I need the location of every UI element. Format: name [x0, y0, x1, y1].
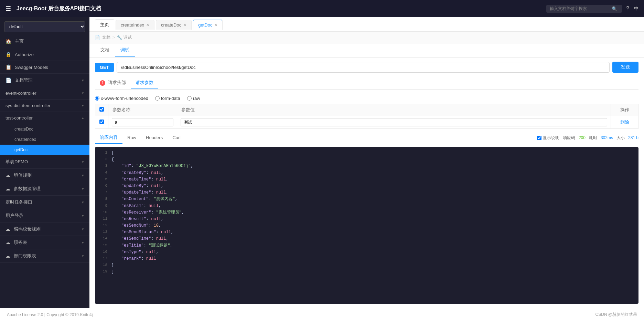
- line-content: "esSendTime": null,: [111, 236, 169, 242]
- code-line: 6 "updateBy": null,: [95, 183, 638, 189]
- response-section: 响应内容 Raw Headers Curl 显示说明 响应码: [89, 132, 644, 308]
- sidebar-item-user-login[interactable]: 用户登录 ▾: [0, 209, 89, 222]
- show-desc-label: 显示说明: [543, 135, 559, 141]
- radio-form-data-label: form-data: [161, 96, 180, 101]
- response-tab-headers[interactable]: Headers: [141, 132, 168, 144]
- line-content: "updateBy": null,: [111, 183, 163, 189]
- sidebar-item-task[interactable]: 定时任务接口 ▾: [0, 196, 89, 209]
- sidebar-child-label: createDoc: [14, 127, 33, 132]
- app-title: Jeecg-Boot 后台服务API接口文档: [17, 5, 546, 12]
- sidebar-item-test-controller[interactable]: test-controller ▴: [0, 112, 89, 124]
- response-tab-content[interactable]: 响应内容: [95, 132, 122, 144]
- line-number: 3: [98, 163, 107, 169]
- tab-createDoc[interactable]: createDoc ✕: [156, 20, 192, 30]
- home-icon: 🏠: [6, 39, 11, 44]
- response-tab-raw[interactable]: Raw: [122, 132, 141, 144]
- sidebar-item-fill-rules[interactable]: ☁ 填值规则 ▾: [0, 169, 89, 182]
- line-number: 14: [98, 236, 107, 242]
- line-content: "esType": null,: [111, 249, 159, 256]
- breadcrumb: 📄 文档 > 🔧 调试: [89, 32, 644, 43]
- close-icon[interactable]: ✕: [146, 23, 149, 27]
- encoding-radio-group: x-www-form-urlencoded form-data raw: [95, 93, 638, 104]
- param-name-input[interactable]: [112, 118, 173, 126]
- sidebar-item-form-demo[interactable]: 单表DEMO ▾: [0, 155, 89, 168]
- radio-urlencoded-input[interactable]: [95, 96, 99, 101]
- close-icon[interactable]: ✕: [214, 23, 217, 27]
- line-number: 4: [98, 170, 107, 176]
- response-tabs-bar: 响应内容 Raw Headers Curl 显示说明 响应码: [95, 132, 638, 144]
- sidebar-item-dept-permission[interactable]: ☁ 部门权限表 ▾: [0, 249, 89, 262]
- sidebar-item-sys-dict[interactable]: sys-dict-item-controller ▾: [0, 100, 89, 112]
- tabs-bar: 主页 createIndex ✕ createDoc ✕ getDoc ✕: [89, 17, 644, 32]
- sidebar-child-createIndex[interactable]: createIndex: [0, 134, 89, 145]
- tab-createIndex[interactable]: createIndex ✕: [116, 20, 154, 30]
- line-content: "updateTime": null,: [111, 189, 169, 196]
- sidebar-item-home[interactable]: 🏠 主页: [0, 35, 89, 48]
- radio-form-data[interactable]: form-data: [155, 96, 180, 101]
- code-line: 8 "esContent": "测试内容",: [95, 196, 638, 203]
- search-box: 🔍: [546, 5, 622, 13]
- api-url-input[interactable]: [117, 62, 610, 73]
- doc-tab-label: 调试: [120, 47, 129, 52]
- sidebar-group-swagger-models: 📋 Swagger Models: [0, 61, 89, 74]
- help-icon[interactable]: ?: [626, 6, 629, 12]
- sidebar-item-datasource[interactable]: ☁ 多数据源管理 ▾: [0, 182, 89, 195]
- chevron-down-icon: ▾: [82, 91, 84, 95]
- breadcrumb-separator: >: [112, 35, 115, 40]
- sidebar-item-event-controller[interactable]: event-controller ▾: [0, 87, 89, 99]
- doc-tab-label: 文档: [100, 47, 109, 52]
- sidebar-group-home: 🏠 主页: [0, 35, 89, 48]
- sidebar-child-createDoc[interactable]: createDoc: [0, 124, 89, 134]
- radio-raw[interactable]: raw: [187, 96, 200, 101]
- sidebar-item-swagger-models[interactable]: 📋 Swagger Models: [0, 61, 89, 73]
- request-section: 1 请求头部 请求参数 x-www-form-urlencoded form-d…: [89, 77, 644, 132]
- code-line: 11 "esResult": null,: [95, 216, 638, 222]
- response-tab-curl[interactable]: Curl: [168, 132, 185, 144]
- show-desc-toggle[interactable]: 显示说明: [537, 135, 559, 141]
- menu-icon[interactable]: ☰: [6, 5, 11, 12]
- sidebar-item-label: 多数据源管理: [14, 186, 82, 192]
- response-tab-label: Headers: [146, 135, 163, 140]
- param-checkbox[interactable]: [99, 120, 104, 124]
- send-button[interactable]: 发送: [612, 62, 638, 73]
- response-time-label: 耗时: [589, 135, 597, 141]
- lang-button[interactable]: 中: [634, 6, 638, 12]
- delete-param-button[interactable]: 删除: [620, 119, 629, 125]
- line-number: 17: [98, 256, 107, 262]
- code-line: 7 "updateTime": null,: [95, 189, 638, 196]
- tab-home[interactable]: 主页: [95, 19, 114, 30]
- radio-form-data-input[interactable]: [155, 96, 160, 101]
- cloud-icon: ☁: [6, 186, 10, 191]
- sidebar-item-code-validate[interactable]: ☁ 编码校验规则 ▾: [0, 222, 89, 236]
- line-number: 2: [98, 156, 107, 163]
- project-select[interactable]: default: [4, 21, 85, 32]
- cloud-icon: ☁: [6, 240, 10, 245]
- param-value-input[interactable]: [181, 118, 607, 126]
- req-tab-header[interactable]: 1 请求头部: [95, 77, 131, 89]
- radio-raw-input[interactable]: [187, 96, 192, 101]
- breadcrumb-debug: 调试: [124, 34, 132, 40]
- line-number: 16: [98, 249, 107, 256]
- sidebar-item-label: sys-dict-item-controller: [6, 103, 82, 108]
- chevron-down-icon: ▾: [82, 103, 84, 108]
- sidebar-item-label: 单表DEMO: [6, 159, 82, 165]
- doc-tab-doc[interactable]: 文档: [95, 43, 115, 57]
- sidebar-item-job-table[interactable]: ☁ 职务表 ▾: [0, 236, 89, 249]
- radio-urlencoded[interactable]: x-www-form-urlencoded: [95, 96, 148, 101]
- search-input[interactable]: [550, 6, 612, 11]
- sidebar-item-authorize[interactable]: 🔒 Authorize: [0, 48, 89, 61]
- param-value-cell: [177, 116, 611, 129]
- doc-tab-debug[interactable]: 调试: [115, 43, 135, 57]
- req-tab-params[interactable]: 请求参数: [131, 77, 158, 89]
- tab-getDoc[interactable]: getDoc ✕: [193, 20, 223, 30]
- sidebar-child-getDoc[interactable]: getDoc: [0, 145, 89, 155]
- sidebar-item-doc-mgmt[interactable]: 📄 文档管理 ▾: [0, 74, 89, 87]
- line-content: [: [111, 150, 114, 156]
- close-icon[interactable]: ✕: [183, 23, 186, 27]
- show-desc-checkbox[interactable]: [537, 136, 541, 140]
- line-content: "esResult": null,: [111, 216, 163, 222]
- search-icon[interactable]: 🔍: [612, 6, 617, 11]
- params-check-all[interactable]: [99, 107, 104, 112]
- sidebar-item-label: 定时任务接口: [6, 199, 82, 205]
- doc-icon: 📄: [6, 77, 11, 83]
